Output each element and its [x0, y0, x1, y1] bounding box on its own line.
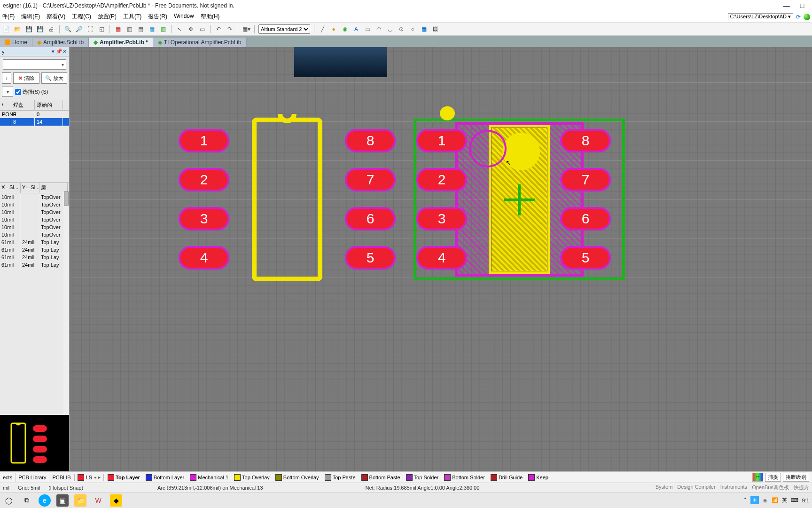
layer-scroll-icon[interactable]: ↔	[752, 473, 763, 482]
mask-button[interactable]: 掩膜级别	[783, 473, 809, 482]
mode-dropdown[interactable]: ▾	[2, 87, 13, 97]
menu-project[interactable]: 工程(C)	[72, 13, 91, 21]
layer-tab[interactable]: Bottom Layer	[144, 474, 186, 481]
pad[interactable]: 8	[345, 129, 396, 152]
pad[interactable]: 5	[560, 246, 611, 270]
tray-time[interactable]: 9:1	[802, 498, 809, 503]
grid-dd-icon[interactable]: ▦▾	[242, 25, 250, 33]
snap-button[interactable]: 捕捉	[765, 473, 781, 482]
pad[interactable]: 7	[560, 168, 611, 191]
zoom-button[interactable]: 🔍放大	[41, 72, 68, 84]
arc1-icon[interactable]: ◠	[375, 25, 383, 33]
compile-icon[interactable]: ▦	[114, 25, 122, 33]
layerset-prev-icon[interactable]: ◂	[94, 475, 96, 480]
col-sort[interactable]: /	[0, 100, 11, 110]
circle-icon[interactable]: ○	[408, 25, 417, 33]
primitives-scrollbar[interactable]	[63, 191, 69, 415]
arc2-icon[interactable]: ◡	[386, 25, 394, 33]
layer-tab[interactable]: Top Solder	[404, 474, 441, 481]
app-icon[interactable]: ▣	[56, 494, 69, 507]
pad[interactable]: 7	[345, 168, 396, 191]
clear-button[interactable]: ✕清除	[13, 72, 39, 84]
layer-tab[interactable]: Top Layer	[106, 474, 142, 481]
table-row[interactable]: 10milTopOver	[0, 223, 69, 231]
table-row[interactable]: 10milTopOver	[0, 201, 69, 208]
layerset-next-icon[interactable]: ▸	[98, 475, 101, 480]
zoom-sel-icon[interactable]: ◱	[97, 25, 106, 33]
table-row[interactable]: 61mil24milTop Lay	[0, 246, 69, 254]
primitives-grid[interactable]: X - Si... Y—Si... 层 10milTopOver10milTop…	[0, 183, 69, 415]
panel-menu-icon[interactable]: ▾	[50, 48, 56, 55]
table-row[interactable]: 10milTopOver	[0, 208, 69, 216]
layer-tab[interactable]: Bottom Paste	[359, 474, 402, 481]
menu-report[interactable]: 报告(R)	[148, 13, 167, 21]
menu-file[interactable]: 件(F)	[2, 13, 15, 21]
pad[interactable]: 8	[560, 129, 611, 152]
line-icon[interactable]: ╱	[318, 25, 327, 33]
image-icon[interactable]: 🖼	[431, 25, 439, 33]
menu-place[interactable]: 放置(P)	[98, 13, 117, 21]
table-row[interactable]: 814	[0, 118, 69, 126]
panel-instruments[interactable]: Instruments	[720, 484, 747, 491]
panel-header[interactable]: y ▾📌✕	[0, 47, 69, 56]
pad[interactable]: 5	[345, 246, 396, 270]
open-icon[interactable]: 📂	[13, 25, 22, 33]
table-row[interactable]: 10milTopOver	[0, 216, 69, 223]
tab-pcblib-filter[interactable]: PCBLIB	[49, 473, 74, 482]
cortana-icon[interactable]: ◯	[3, 494, 15, 507]
edge-icon[interactable]: e	[39, 494, 51, 507]
redo-icon[interactable]: ↷	[226, 25, 234, 33]
col-prims[interactable]: 原始的	[35, 100, 63, 110]
report-icon[interactable]: ▥	[159, 25, 167, 33]
via-icon[interactable]: ◉	[341, 25, 349, 33]
table-row[interactable]: 61mil24milTop Lay	[0, 254, 69, 261]
style-combo[interactable]: Altium Standard 2	[258, 24, 310, 34]
print-icon[interactable]: 🖨	[47, 25, 55, 33]
refresh-icon[interactable]: ⟳	[796, 14, 801, 20]
layer-set[interactable]: LS ◂ ▸	[74, 474, 104, 481]
zoom-in-icon[interactable]: 🔍	[63, 25, 72, 33]
filter-combo[interactable]: ▾	[3, 59, 66, 70]
cursor-icon[interactable]: ↖	[175, 25, 184, 33]
menu-help[interactable]: 帮助(H)	[201, 13, 220, 21]
panel-system[interactable]: System	[656, 484, 673, 491]
table-row[interactable]: 61mil24milTop Lay	[0, 261, 69, 269]
tile-icon[interactable]: ▥	[125, 25, 133, 33]
pad[interactable]: 4	[416, 246, 467, 270]
tab-pcb-library[interactable]: PCB Library	[16, 473, 49, 482]
tray-battery-icon[interactable]: 🗈	[763, 498, 768, 503]
wps-icon[interactable]: W	[92, 494, 104, 507]
panel-openbus[interactable]: OpenBus调色板	[752, 484, 789, 491]
tab-pcblib[interactable]: ◆Amplifier.PcbLib *	[89, 38, 153, 47]
tab-ti[interactable]: ◆TI Operational Amplifier.PcbLib	[153, 38, 247, 47]
pad[interactable]: 1	[416, 129, 467, 152]
rect-icon[interactable]: ▭	[363, 25, 372, 33]
tray-weather-icon[interactable]: ☀	[750, 496, 759, 504]
panel-design-compiler[interactable]: Design Compiler	[677, 484, 715, 491]
layer-tab[interactable]: Bottom Overlay	[273, 474, 321, 481]
col-xsize[interactable]: X - Si...	[0, 183, 21, 193]
maximize-button[interactable]: □	[795, 2, 809, 9]
tab-schlib[interactable]: ◆Amplifier.SchLib	[32, 38, 89, 47]
tray-keyboard-icon[interactable]: ⌨	[791, 497, 798, 503]
taskview-icon[interactable]: ⧉	[21, 494, 33, 507]
panel-shortcuts[interactable]: 快捷方	[794, 484, 809, 491]
table-row[interactable]: 10milTopOver	[0, 231, 69, 238]
path-dropdown[interactable]: C:\Users\LZ\Desktop\AD ▾	[728, 13, 793, 20]
tray-wifi-icon[interactable]: 📶	[772, 497, 778, 503]
menu-edit[interactable]: 编辑(E)	[21, 13, 40, 21]
tray-ime[interactable]: 英	[782, 497, 787, 504]
pcb-canvas[interactable]: ↖ 1234876512348765	[70, 47, 812, 471]
pad[interactable]: 4	[179, 246, 229, 270]
pad-icon[interactable]: ●	[329, 25, 338, 33]
zoom-fit-icon[interactable]: ⛶	[86, 25, 94, 33]
arc3-icon[interactable]: ⊙	[397, 25, 406, 33]
menu-window[interactable]: Window	[174, 13, 194, 21]
layers-icon[interactable]: ▦	[148, 25, 156, 33]
pad[interactable]: 2	[416, 168, 467, 191]
cascade-icon[interactable]: ▤	[136, 25, 145, 33]
pad[interactable]: 1	[179, 129, 229, 152]
layer-tab[interactable]: Top Paste	[323, 474, 358, 481]
pad[interactable]: 6	[560, 207, 611, 230]
layer-tab[interactable]: Keep	[526, 474, 550, 481]
